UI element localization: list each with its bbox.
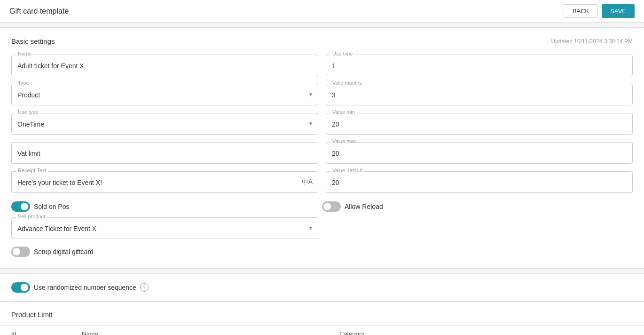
form-grid: Name Use time Type Product ▼ Valid month… xyxy=(11,55,633,193)
product-limit-table: Id Name Category Adult admission charge … xyxy=(0,325,644,335)
product-limit-title: Product Limit xyxy=(0,311,644,325)
sell-product-select[interactable]: Advance Ticket for Event X xyxy=(11,217,318,239)
name-input[interactable] xyxy=(11,55,318,76)
sold-on-pos-toggle[interactable] xyxy=(11,201,30,212)
use-type-select-wrapper: OneTime ▼ xyxy=(11,113,318,135)
updated-timestamp: Updated 10/11/2024 3:38:24 PM xyxy=(551,38,633,45)
vat-limit-field-group xyxy=(11,142,318,164)
help-icon[interactable]: ? xyxy=(140,283,149,292)
section-title: Basic settings xyxy=(11,37,55,45)
page-title: Gift card template xyxy=(9,7,69,16)
table-header-row: Id Name Category xyxy=(0,326,644,335)
vat-limit-input[interactable] xyxy=(11,142,318,164)
save-button[interactable]: SAVE xyxy=(602,4,635,18)
valid-months-input[interactable] xyxy=(326,84,633,105)
toggles-grid: Sold on Pos Allow Reload xyxy=(11,201,633,212)
sold-on-pos-toggle-item: Sold on Pos xyxy=(11,201,322,212)
use-type-field-group: Use type OneTime ▼ xyxy=(11,113,318,135)
product-limit-section: Product Limit Id Name Category Adult adm… xyxy=(0,302,644,335)
randomized-number-label: Use randomized number sequence xyxy=(34,284,136,291)
value-max-input[interactable] xyxy=(326,142,633,164)
type-select[interactable]: Product xyxy=(11,84,318,105)
page-header: Gift card template BACK SAVE xyxy=(0,0,644,23)
digital-giftcard-label: Setup digital giftcard xyxy=(34,248,94,255)
sell-product-select-wrapper: Advance Ticket for Event X ▼ xyxy=(11,217,318,239)
col-header-category: Category xyxy=(328,326,521,335)
receipt-text-input[interactable] xyxy=(11,171,318,193)
value-min-input[interactable] xyxy=(326,113,633,135)
use-time-input[interactable] xyxy=(326,55,633,76)
value-default-input[interactable] xyxy=(326,171,633,193)
allow-reload-toggle-item: Allow Reload xyxy=(322,201,633,212)
back-button[interactable]: BACK xyxy=(564,4,598,18)
value-min-field-group: Value min xyxy=(326,113,633,135)
col-header-id: Id xyxy=(0,326,71,335)
randomized-number-toggle[interactable] xyxy=(11,282,30,293)
type-field-group: Type Product ▼ xyxy=(11,84,318,105)
allow-reload-toggle[interactable] xyxy=(322,201,341,212)
name-field-group: Name xyxy=(11,55,318,76)
sold-on-pos-label: Sold on Pos xyxy=(34,203,70,210)
col-header-name: Name xyxy=(71,326,328,335)
header-buttons: BACK SAVE xyxy=(564,4,635,18)
use-time-field-group: Use time xyxy=(326,55,633,76)
number-sequence-section: Use randomized number sequence ? xyxy=(0,273,644,302)
receipt-text-field-group: Receipt Text 中A xyxy=(11,171,318,193)
section-header: Basic settings Updated 10/11/2024 3:38:2… xyxy=(11,37,633,45)
sell-product-field-group: Sell product Advance Ticket for Event X … xyxy=(11,217,322,239)
allow-reload-label: Allow Reload xyxy=(345,203,383,210)
value-default-field-group: Value default xyxy=(326,171,633,193)
digital-giftcard-toggle[interactable] xyxy=(11,247,30,257)
valid-months-field-group: Valid months xyxy=(326,84,633,105)
value-max-field-group: Value max xyxy=(326,142,633,164)
type-select-wrapper: Product ▼ xyxy=(11,84,318,105)
digital-giftcard-toggle-row: Setup digital giftcard xyxy=(11,247,633,257)
col-header-action xyxy=(521,326,644,335)
basic-settings-section: Basic settings Updated 10/11/2024 3:38:2… xyxy=(0,27,644,269)
use-type-select[interactable]: OneTime xyxy=(11,113,318,135)
